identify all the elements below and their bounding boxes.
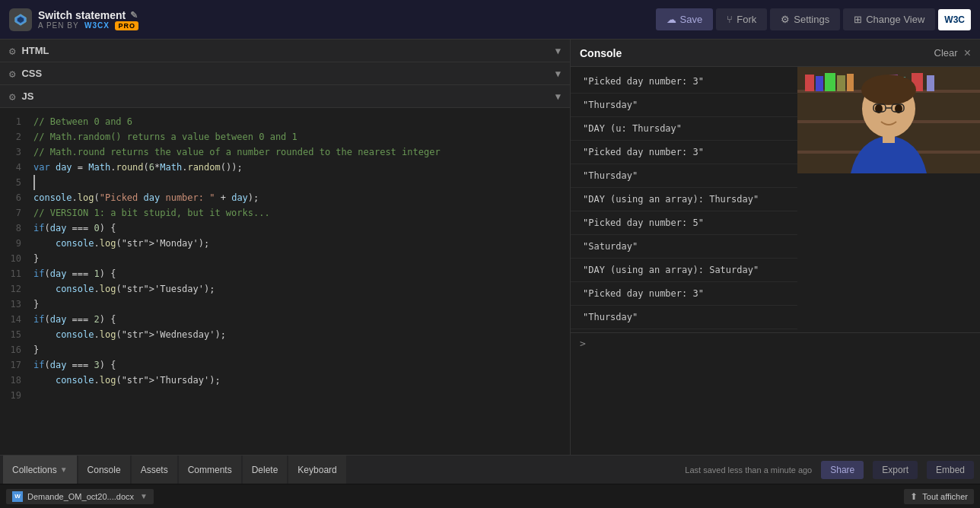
js-panel-title: JS [21, 90, 33, 102]
console-log-line: "Thursday" [571, 94, 797, 117]
doc-icon: W [12, 491, 23, 502]
close-console-button[interactable]: × [964, 46, 971, 60]
html-gear-icon[interactable]: ⚙ [9, 45, 15, 57]
console-log-line: "Picked day number: 5" [571, 211, 797, 235]
taskbar-right: ⬆ Tout afficher [904, 489, 974, 504]
console-input[interactable] [590, 338, 971, 349]
bottom-bar: Collections▼ConsoleAssetsCommentsDeleteK… [0, 455, 980, 484]
bottom-tab-console[interactable]: Console [78, 456, 130, 484]
pen-info: Switch statement ✎ A PEN BY W3Cx PRO [38, 9, 138, 30]
console-input-area: > [571, 332, 980, 354]
bottom-tab-assets[interactable]: Assets [132, 456, 177, 484]
svg-rect-15 [927, 75, 934, 91]
console-log-line: "Picked day number: 3" [571, 141, 797, 164]
console-actions: Clear × [934, 46, 971, 60]
tab-arrow-icon[interactable]: ▼ [60, 465, 68, 474]
logo-area: Switch statement ✎ A PEN BY W3Cx PRO [9, 8, 138, 31]
fork-icon: ⑂ [727, 14, 733, 25]
share-button[interactable]: Share [821, 461, 864, 479]
html-panel-title: HTML [21, 45, 49, 56]
js-chevron-icon[interactable]: ▼ [555, 91, 561, 102]
console-log-line: "DAY (using an array): Saturday" [571, 259, 797, 282]
console-header: Console Clear × [571, 40, 980, 67]
main-area: ⚙ HTML ▼ ⚙ CSS ▼ ⚙ JS ▼ 1234567891011121… [0, 40, 980, 455]
pen-title: Switch statement ✎ [38, 9, 138, 21]
fork-button[interactable]: ⑂ Fork [716, 8, 767, 30]
js-gear-icon[interactable]: ⚙ [9, 90, 15, 103]
css-panel-header-left: ⚙ CSS [9, 68, 42, 80]
code-content[interactable]: // Between 0 and 6// Math.random() retur… [24, 108, 570, 455]
taskbar: W Demande_OM_oct20....docx ▼ ⬆ Tout affi… [0, 484, 980, 508]
code-editor-area[interactable]: 12345678910111213141516171819 // Between… [0, 108, 570, 455]
bottom-tab-keyboard[interactable]: Keyboard [288, 456, 345, 484]
console-prompt: > [580, 338, 586, 349]
console-log-line: "Picked day number: 3" [571, 70, 797, 94]
save-button[interactable]: ☁ Save [656, 8, 714, 30]
console-log-line: "Picked day number: 3" [571, 282, 797, 306]
line-numbers: 12345678910111213141516171819 [0, 108, 24, 455]
console-log-line: "Thursday" [571, 164, 797, 188]
console-title: Console [580, 47, 622, 59]
js-panel-header-left: ⚙ JS [9, 90, 33, 103]
app-logo-icon [9, 8, 32, 31]
changeview-icon: ⊞ [854, 14, 862, 25]
console-panel: Console Clear × "Picked day number: 3""T… [571, 40, 980, 455]
taskbar-arrow-icon[interactable]: ▼ [140, 492, 148, 500]
video-feed [797, 67, 980, 173]
svg-rect-23 [883, 134, 895, 143]
bottom-tabs: Collections▼ConsoleAssetsCommentsDeleteK… [3, 456, 346, 484]
change-view-button[interactable]: ⊞ Change View [843, 8, 935, 30]
console-top-section: "Picked day number: 3""Thursday""DAY (u:… [571, 67, 980, 332]
svg-rect-8 [816, 76, 823, 91]
svg-rect-9 [825, 73, 835, 91]
download-icon: ⬆ [910, 491, 918, 502]
console-logs-left: "Picked day number: 3""Thursday""DAY (u:… [571, 67, 797, 332]
bottom-tab-comments[interactable]: Comments [179, 456, 241, 484]
save-icon: ☁ [667, 14, 676, 25]
css-gear-icon[interactable]: ⚙ [9, 68, 15, 80]
bottom-tab-delete[interactable]: Delete [243, 456, 288, 484]
clear-button[interactable]: Clear [934, 47, 958, 59]
settings-button[interactable]: ⚙ Settings [770, 8, 840, 30]
app-header: Switch statement ✎ A PEN BY W3Cx PRO ☁ S… [0, 0, 980, 40]
taskbar-file-label: Demande_OM_oct20....docx [27, 492, 134, 501]
console-body: "Picked day number: 3""Thursday""DAY (u:… [571, 67, 980, 455]
embed-button[interactable]: Embed [927, 461, 974, 479]
console-log-line: "Saturday" [571, 235, 797, 259]
svg-rect-10 [837, 75, 845, 91]
video-placeholder [797, 67, 980, 173]
js-panel-header[interactable]: ⚙ JS ▼ [0, 85, 570, 108]
editor-panel: ⚙ HTML ▼ ⚙ CSS ▼ ⚙ JS ▼ 1234567891011121… [0, 40, 571, 455]
bottom-status: Last saved less than a minute ago Share … [685, 461, 980, 479]
console-log-line: "DAY (u: Thursday" [571, 117, 797, 141]
header-buttons: ☁ Save ⑂ Fork ⚙ Settings ⊞ Change View W… [656, 8, 971, 30]
w3c-button[interactable]: W3C [938, 9, 971, 30]
edit-title-icon[interactable]: ✎ [130, 10, 138, 21]
html-chevron-icon[interactable]: ▼ [555, 46, 561, 56]
html-panel-header-left: ⚙ HTML [9, 45, 49, 57]
settings-icon: ⚙ [781, 14, 790, 25]
console-log-line: "Thursday" [571, 306, 797, 329]
css-chevron-icon[interactable]: ▼ [555, 68, 561, 79]
video-inset [797, 67, 980, 173]
save-status: Last saved less than a minute ago [685, 465, 812, 475]
console-log-area[interactable]: "Picked day number: 3""Thursday""DAY (u:… [571, 67, 797, 332]
css-panel-header[interactable]: ⚙ CSS ▼ [0, 62, 570, 85]
svg-point-17 [861, 75, 916, 105]
svg-rect-7 [805, 75, 814, 91]
bottom-tab-collections[interactable]: Collections▼ [3, 456, 77, 484]
tout-afficher-button[interactable]: ⬆ Tout afficher [904, 489, 974, 504]
console-log-line: "DAY (using an array): Thursday" [571, 188, 797, 211]
taskbar-file-item[interactable]: W Demande_OM_oct20....docx ▼ [6, 489, 154, 504]
pen-author: A PEN BY W3Cx PRO [38, 21, 138, 30]
html-panel-header[interactable]: ⚙ HTML ▼ [0, 40, 570, 62]
css-panel-title: CSS [21, 68, 42, 79]
svg-rect-11 [847, 74, 854, 91]
export-button[interactable]: Export [873, 461, 918, 479]
